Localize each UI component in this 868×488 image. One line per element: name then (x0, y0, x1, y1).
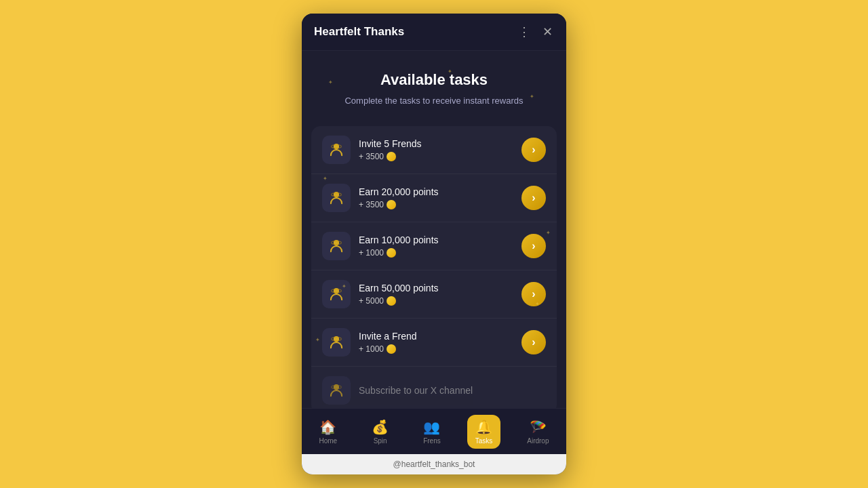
nav-item-home[interactable]: 🏠 Home (311, 415, 345, 449)
more-options-button[interactable]: ⋮ (517, 23, 532, 41)
task-title: Earn 10,000 points (359, 235, 521, 245)
task-icon-wrap (322, 232, 351, 260)
page-subtitle: Complete the tasks to receive instant re… (315, 96, 553, 106)
nav-item-frens[interactable]: 👥 Frens (415, 415, 449, 449)
coin-icon (387, 248, 396, 258)
coin-icon (387, 152, 396, 161)
frens-label: Frens (423, 437, 441, 445)
task-go-button[interactable]: › (521, 186, 546, 210)
airdrop-icon: 🪂 (530, 419, 547, 435)
phone-app: Heartfelt Thanks ⋮ ✕ ✦ ✦ ✦ ✦ ✦ ✦ ✦ ✦ Ava… (302, 14, 566, 474)
reward-amount: + 3500 (359, 200, 384, 209)
title-bar-actions: ⋮ ✕ (517, 23, 554, 41)
coin-icon (387, 344, 396, 354)
nav-item-tasks[interactable]: 🔔 Tasks (467, 415, 501, 449)
task-go-button[interactable]: › (521, 330, 546, 354)
main-content: ✦ ✦ ✦ ✦ ✦ ✦ ✦ ✦ Available tasks Complete… (302, 51, 566, 408)
task-info: Earn 50,000 points + 5000 (359, 283, 521, 306)
app-title: Heartfelt Thanks (314, 25, 404, 39)
title-bar: Heartfelt Thanks ⋮ ✕ (302, 14, 566, 51)
task-icon-wrap (322, 184, 351, 212)
close-button[interactable]: ✕ (541, 23, 554, 41)
task-info: Subscribe to our X channel (359, 385, 546, 396)
more-options-icon: ⋮ (518, 25, 530, 39)
task-info: Earn 10,000 points + 1000 (359, 235, 521, 258)
task-item[interactable]: Earn 10,000 points + 1000 › (311, 222, 557, 270)
task-title: Earn 50,000 points (359, 283, 521, 293)
reward-amount: + 1000 (359, 248, 384, 258)
home-icon: 🏠 (319, 419, 336, 435)
frens-icon: 👥 (423, 419, 440, 435)
task-title: Invite 5 Frends (359, 138, 521, 149)
task-go-button[interactable]: › (521, 234, 546, 258)
page-title: Available tasks (315, 71, 553, 89)
tasks-list: Invite 5 Frends + 3500 › Earn 20,000 poi… (311, 126, 557, 408)
task-item-partial[interactable]: Subscribe to our X channel (311, 367, 557, 408)
task-reward: + 1000 (359, 248, 521, 258)
reward-amount: + 1000 (359, 344, 384, 354)
task-item[interactable]: Earn 20,000 points + 3500 › (311, 174, 557, 222)
tasks-icon: 🔔 (475, 419, 492, 435)
task-item[interactable]: Invite 5 Frends + 3500 › (311, 126, 557, 174)
task-title: Earn 20,000 points (359, 186, 521, 197)
task-icon-wrap (322, 376, 351, 405)
airdrop-label: Airdrop (527, 437, 549, 445)
task-reward: + 3500 (359, 200, 521, 209)
close-icon: ✕ (542, 25, 553, 39)
reward-amount: + 3500 (359, 152, 384, 161)
home-label: Home (319, 437, 337, 445)
task-icon-wrap (322, 328, 351, 357)
task-title: Invite a Frend (359, 331, 521, 342)
bot-label: @heartfelt_thanks_bot (302, 454, 566, 474)
spin-icon: 💰 (372, 419, 389, 435)
nav-item-airdrop[interactable]: 🪂 Airdrop (519, 415, 557, 449)
coin-icon (387, 200, 396, 209)
bottom-nav: 🏠 Home 💰 Spin 👥 Frens 🔔 Tasks 🪂 Airdrop (302, 408, 566, 454)
spin-label: Spin (374, 437, 387, 445)
task-reward: + 3500 (359, 152, 521, 161)
task-info: Earn 20,000 points + 3500 (359, 186, 521, 209)
task-icon-wrap (322, 280, 351, 308)
tasks-label: Tasks (475, 437, 493, 445)
task-go-button[interactable]: › (521, 138, 546, 162)
task-info: Invite 5 Frends + 3500 (359, 138, 521, 161)
task-reward: + 1000 (359, 344, 521, 354)
task-title-partial: Subscribe to our X channel (359, 385, 546, 396)
coin-icon (387, 296, 396, 306)
nav-item-spin[interactable]: 💰 Spin (363, 415, 397, 449)
reward-amount: + 5000 (359, 296, 384, 306)
task-item[interactable]: Invite a Frend + 1000 › (311, 319, 557, 367)
task-item[interactable]: Earn 50,000 points + 5000 › (311, 270, 557, 319)
task-icon-wrap (322, 136, 351, 164)
task-info: Invite a Frend + 1000 (359, 331, 521, 354)
task-reward: + 5000 (359, 296, 521, 306)
task-go-button[interactable]: › (521, 282, 546, 306)
page-header: Available tasks Complete the tasks to re… (302, 51, 566, 119)
